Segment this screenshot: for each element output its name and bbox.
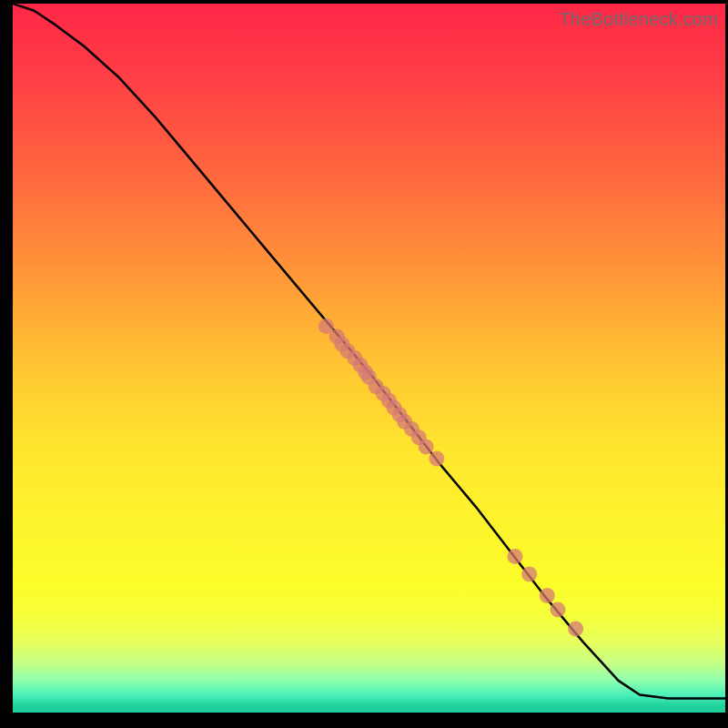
data-point bbox=[568, 622, 583, 637]
data-point bbox=[429, 451, 444, 467]
chart-frame: TheBottleneck.com bbox=[0, 0, 728, 728]
data-point bbox=[521, 567, 537, 582]
data-point bbox=[540, 588, 555, 603]
curve-line bbox=[13, 4, 725, 698]
data-point bbox=[508, 549, 523, 564]
data-point bbox=[419, 439, 434, 454]
chart-svg bbox=[13, 4, 725, 713]
plot-area: TheBottleneck.com bbox=[13, 4, 725, 713]
data-point bbox=[551, 602, 566, 618]
